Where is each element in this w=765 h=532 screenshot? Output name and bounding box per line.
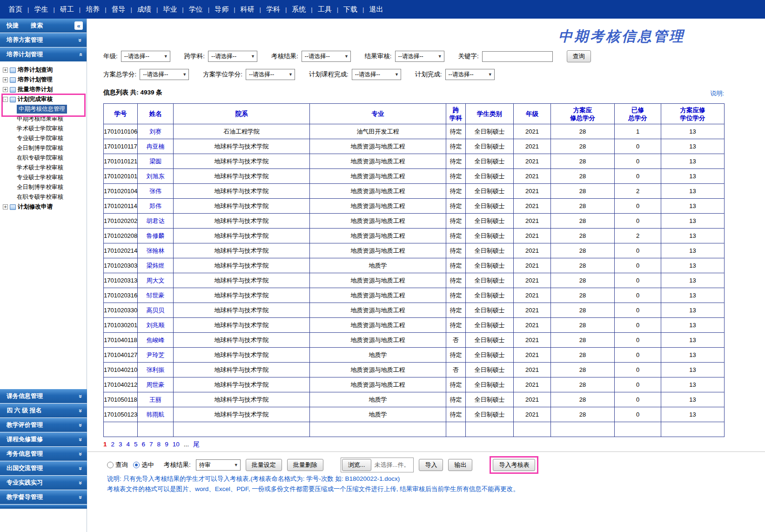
nav-item-13[interactable]: 工具: [317, 5, 333, 14]
tree-item[interactable]: +计划修改申请: [3, 202, 87, 212]
export-button[interactable]: 输出: [448, 459, 472, 471]
nav-item-14[interactable]: 下载: [342, 5, 358, 14]
page-link[interactable]: 3: [119, 441, 122, 448]
import-button[interactable]: 导入: [419, 459, 443, 471]
search-tab[interactable]: 搜索: [31, 21, 43, 30]
nav-item-3[interactable]: 研工: [59, 5, 75, 14]
cell-student-name[interactable]: 刘旭东: [138, 169, 174, 184]
cell-student-name[interactable]: 胡君达: [138, 214, 174, 229]
quick-tab[interactable]: 快捷: [7, 21, 19, 30]
page-link[interactable]: 9: [165, 441, 168, 448]
filter-select[interactable]: --请选择--▼: [302, 51, 351, 62]
sidebar-collapse-icon[interactable]: «: [74, 21, 83, 30]
cell-student-name[interactable]: 梁炜煜: [138, 258, 174, 273]
page-link[interactable]: 2: [111, 441, 115, 448]
cell-student-name[interactable]: 张利振: [138, 363, 174, 377]
nav-item-2[interactable]: 学生: [33, 5, 49, 14]
sidebar-section-1[interactable]: 课务信息管理»: [0, 389, 87, 403]
tree-item[interactable]: 专业硕士学院审核: [3, 134, 87, 143]
cell-student-name[interactable]: 尹玲芝: [138, 348, 174, 363]
top-note-link[interactable]: 说明:: [710, 89, 724, 98]
browse-button[interactable]: 浏览...: [342, 459, 371, 471]
query-button[interactable]: 查询: [567, 50, 591, 62]
sidebar-section-training-plan-mgmt[interactable]: 培养计划管理 »: [0, 47, 87, 61]
keyword-input[interactable]: [482, 51, 553, 62]
page-link[interactable]: 6: [142, 441, 146, 448]
tree-item[interactable]: 专业硕士学校审核: [3, 173, 87, 182]
cell-student-name[interactable]: 冉亚楠: [138, 139, 174, 154]
sidebar-section-training-plan-scheme[interactable]: 培养方案管理 »: [0, 33, 87, 47]
cell-student-name[interactable]: 张翰林: [138, 243, 174, 258]
nav-item-7[interactable]: 毕业: [162, 5, 178, 14]
nav-item-10[interactable]: 科研: [240, 5, 255, 14]
tree-expand-icon[interactable]: +: [3, 77, 8, 82]
cell-student-name[interactable]: 焦峻峰: [138, 333, 174, 348]
filter-select[interactable]: --请选择--▼: [395, 51, 444, 62]
nav-item-9[interactable]: 导师: [214, 5, 229, 14]
tree-collapse-icon[interactable]: -: [3, 97, 8, 102]
page-link[interactable]: 5: [134, 441, 138, 448]
cell-student-name[interactable]: 高贝贝: [138, 303, 174, 318]
radio-selected[interactable]: 选中: [133, 461, 154, 469]
import-form-button[interactable]: 导入考核表: [493, 459, 535, 471]
tree-item[interactable]: 全日制博学校审核: [3, 182, 87, 192]
nav-item-1[interactable]: 首页: [7, 5, 23, 14]
tree-item[interactable]: 学术硕士学院审核: [3, 124, 87, 134]
nav-item-12[interactable]: 系统: [291, 5, 307, 14]
tree-item[interactable]: 在职专硕学院审核: [3, 153, 87, 163]
tree-item[interactable]: 学术硕士学校审核: [3, 163, 87, 173]
page-last-link[interactable]: 尾: [193, 441, 200, 448]
page-link[interactable]: 7: [149, 441, 153, 448]
tree-expand-icon[interactable]: +: [3, 67, 8, 73]
cell-student-name[interactable]: 周世豪: [138, 377, 174, 392]
tree-item[interactable]: +培养计划管理: [3, 75, 87, 85]
cell-student-name[interactable]: 韩雨航: [138, 407, 174, 422]
tree-item[interactable]: 中期考核结果审核: [3, 114, 87, 124]
cell-student-name[interactable]: 鲁修麟: [138, 229, 174, 243]
page-link[interactable]: 10: [173, 441, 180, 448]
tree-item[interactable]: +批量培养计划: [3, 85, 87, 94]
tree-item[interactable]: -计划完成审核: [3, 94, 87, 104]
tree-expand-icon[interactable]: +: [3, 87, 8, 92]
page-link[interactable]: 4: [127, 441, 130, 448]
filter-select[interactable]: --请选择--▼: [445, 69, 495, 80]
cell-student-name[interactable]: 梁圆: [138, 154, 174, 169]
nav-item-4[interactable]: 培养: [85, 5, 101, 14]
nav-item-6[interactable]: 成绩: [136, 5, 152, 14]
batch-delete-button[interactable]: 批量删除: [287, 459, 323, 471]
cell-student-name[interactable]: 邹世豪: [138, 288, 174, 303]
file-input[interactable]: 浏览... 未选择...件。: [341, 458, 414, 472]
cell-student-name[interactable]: 周大文: [138, 273, 174, 288]
page-link[interactable]: 8: [157, 441, 161, 448]
nav-item-11[interactable]: 学科: [265, 5, 281, 14]
cell-student-name[interactable]: 刘兆顺: [138, 318, 174, 333]
nav-item-5[interactable]: 督导: [111, 5, 127, 14]
sidebar-section-3[interactable]: 教学评价管理»: [0, 418, 87, 432]
filter-select[interactable]: --请选择--▼: [352, 69, 401, 80]
filter-select[interactable]: --请选择--▼: [246, 69, 295, 80]
sidebar-section-6[interactable]: 出国交流管理»: [0, 461, 87, 475]
cell-student-name[interactable]: 王丽: [138, 392, 174, 407]
sidebar-section-7[interactable]: 专业实践实习»: [0, 476, 87, 490]
filter-select[interactable]: --请选择--▼: [121, 51, 170, 62]
radio-query[interactable]: 查询: [107, 461, 128, 469]
nav-item-15[interactable]: 退出: [368, 5, 384, 14]
radio-selected-circle[interactable]: [133, 462, 140, 468]
radio-query-circle[interactable]: [107, 462, 114, 468]
filter-select[interactable]: --请选择--▼: [208, 51, 257, 62]
nav-item-8[interactable]: 学位: [188, 5, 204, 14]
sidebar-section-2[interactable]: 四 六 级 报名»: [0, 404, 87, 418]
sidebar-section-5[interactable]: 考务信息管理»: [0, 447, 87, 461]
tree-expand-icon[interactable]: +: [3, 204, 8, 209]
sidebar-section-4[interactable]: 课程免修重修»: [0, 432, 87, 446]
result-select[interactable]: 待审 ▼: [196, 459, 241, 471]
cell-student-name[interactable]: 郑伟: [138, 199, 174, 214]
tree-item-selected[interactable]: 中期考核信息管理: [3, 104, 87, 114]
tree-item[interactable]: +培养计划查询: [3, 65, 87, 75]
tree-item[interactable]: 在职专硕学校审核: [3, 192, 87, 202]
tree-item[interactable]: 全日制博学院审核: [3, 143, 87, 153]
cell-student-name[interactable]: 刘赛: [138, 124, 174, 139]
sidebar-section-8[interactable]: 教学督导管理»: [0, 490, 87, 504]
filter-select[interactable]: --请选择--▼: [140, 69, 189, 80]
cell-student-name[interactable]: 张伟: [138, 184, 174, 199]
